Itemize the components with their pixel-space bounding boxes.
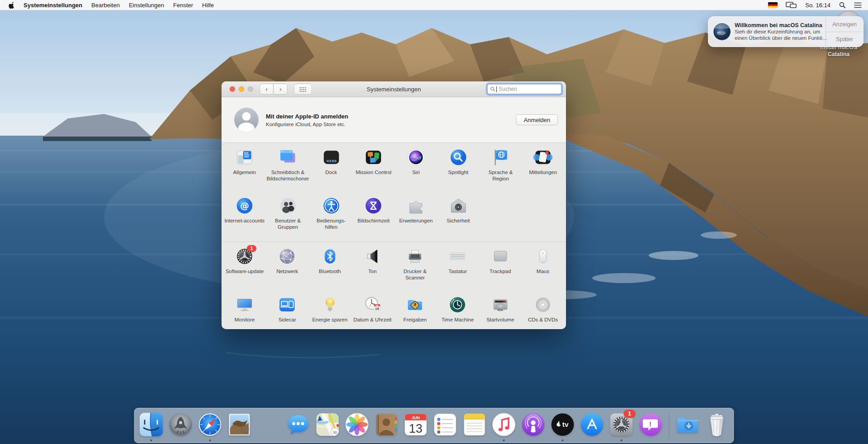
search-input[interactable] — [498, 85, 559, 93]
minimize-button[interactable] — [239, 86, 244, 92]
pref-item-label: Drucker & Scanner — [394, 268, 436, 281]
notification-show-button[interactable]: Anzeigen — [826, 17, 863, 32]
svg-text:3D: 3D — [333, 430, 337, 435]
dock-item-feedback-assistant[interactable]: ! — [638, 411, 664, 438]
screen-mirroring-icon[interactable] — [782, 2, 801, 9]
menu-item-bearbeiten[interactable]: Bearbeiten — [87, 2, 124, 9]
spotlight-menu-icon[interactable] — [835, 2, 850, 9]
forward-button[interactable]: › — [274, 84, 288, 94]
zoom-button[interactable] — [248, 86, 253, 92]
software-update-icon: 1 — [235, 247, 254, 266]
pref-item-siri[interactable]: Siri — [395, 144, 437, 192]
dock-item-messages[interactable] — [285, 411, 311, 438]
dock-item-facetime[interactable] — [256, 411, 282, 438]
dock-item-podcasts[interactable] — [520, 411, 547, 438]
window-titlebar[interactable]: Systemeinstellungen ‹ › — [222, 81, 566, 97]
pref-item-label: Spotlight — [437, 169, 480, 175]
menu-app-name[interactable]: Systemeinstellungen — [19, 2, 87, 9]
search-field[interactable] — [487, 84, 561, 94]
pref-item-internet-accounts[interactable]: @Internet-accounts — [223, 192, 266, 241]
dock-item-finder[interactable] — [138, 411, 165, 438]
dock-item-app-store[interactable] — [579, 411, 605, 438]
apple-menu-icon[interactable] — [0, 1, 19, 9]
notification-later-button[interactable]: Später — [826, 32, 863, 47]
back-button[interactable]: ‹ — [259, 84, 274, 94]
show-all-button[interactable] — [294, 84, 312, 94]
dock-item-reminders[interactable] — [432, 411, 458, 438]
pref-item-keyboard[interactable]: Tastatur — [436, 243, 479, 291]
pref-item-extensions[interactable]: Erweiterungen — [395, 192, 437, 241]
pref-item-trackpad[interactable]: Trackpad — [479, 243, 522, 291]
dock-item-calendar[interactable]: JUN13 — [403, 411, 429, 438]
pref-item-energy-saver[interactable]: Energie sparen — [309, 291, 351, 329]
pref-item-displays[interactable]: Monitore — [223, 291, 266, 329]
dock-item-maps[interactable]: 3D — [315, 411, 341, 438]
pref-item-mouse[interactable]: Maus — [522, 243, 564, 291]
pref-item-date-time[interactable]: JUL18Datum & Uhrzeit — [351, 291, 394, 329]
notification-banner[interactable]: Willkommen bei macOS Catalina Sieh dir d… — [708, 16, 863, 47]
pref-item-sidecar[interactable]: Sidecar — [266, 291, 308, 329]
dock-item-notes[interactable] — [462, 411, 488, 438]
pref-item-mission-control[interactable]: Mission Control — [352, 144, 395, 192]
pref-item-screen-time[interactable]: Bildschirmzeit — [352, 192, 395, 241]
pref-item-desktop-screensaver[interactable]: Schreibtisch & Bildschirmschoner — [266, 144, 310, 192]
notifications-icon — [533, 148, 552, 167]
pref-item-bluetooth[interactable]: Bluetooth — [309, 243, 351, 291]
pref-item-time-machine[interactable]: Time Machine — [436, 291, 479, 329]
pref-item-printers-scanners[interactable]: Drucker & Scanner — [394, 243, 436, 291]
energy-saver-icon — [321, 295, 340, 314]
pref-item-dock[interactable]: Dock — [310, 144, 353, 192]
pref-item-spotlight[interactable]: Spotlight — [437, 144, 480, 192]
pref-item-label: Bedienungs-hilfen — [310, 217, 353, 230]
pref-item-label: Software-update — [223, 268, 266, 274]
pref-item-general[interactable]: Allgemein — [223, 144, 266, 192]
dock-item-system-preferences[interactable]: 1 — [609, 411, 635, 438]
pref-item-label: CDs & DVDs — [522, 316, 564, 323]
pref-item-security[interactable]: Sicherheit — [437, 192, 480, 241]
dock-item-music[interactable] — [491, 411, 517, 438]
trackpad-icon — [491, 247, 510, 266]
apple-id-subtitle: Konfiguriere iCloud, App Store etc. — [266, 122, 348, 127]
pref-item-language-region[interactable]: Sprache & Region — [480, 144, 522, 192]
running-indicator — [503, 439, 505, 441]
dock-item-trash[interactable] — [704, 411, 730, 438]
dock-item-downloads[interactable] — [675, 411, 701, 438]
sign-in-button[interactable]: Anmelden — [516, 114, 558, 125]
dock-item-photos[interactable] — [344, 411, 370, 438]
pref-item-label: Tastatur — [436, 268, 479, 274]
pref-item-label: Trackpad — [479, 268, 522, 274]
dock-item-launchpad[interactable] — [168, 411, 194, 438]
pref-item-label: Dock — [310, 169, 353, 175]
menu-clock[interactable]: So. 16:14 — [801, 2, 835, 9]
pref-item-cds-dvds[interactable]: CDs & DVDs — [522, 291, 564, 329]
sound-icon — [363, 247, 382, 266]
pref-item-sound[interactable]: Ton — [351, 243, 394, 291]
svg-text:@: @ — [240, 200, 249, 211]
pref-item-sharing[interactable]: Freigaben — [394, 291, 436, 329]
dock-item-safari[interactable] — [197, 411, 223, 438]
dock-separator — [669, 412, 670, 439]
svg-text:18: 18 — [375, 307, 379, 311]
svg-text:JUN: JUN — [411, 416, 420, 420]
pref-item-users-groups[interactable]: Benutzer & Gruppen — [266, 192, 310, 241]
notification-title: Willkommen bei macOS Catalina — [735, 22, 822, 28]
close-button[interactable] — [230, 86, 235, 92]
menu-item-einstellungen[interactable]: Einstellungen — [124, 2, 169, 9]
input-source-flag-de[interactable] — [764, 2, 782, 8]
menu-item-hilfe[interactable]: Hilfe — [198, 2, 218, 9]
pref-item-accessibility[interactable]: Bedienungs-hilfen — [310, 192, 353, 241]
pref-item-label: Time Machine — [436, 316, 479, 323]
dock-item-tv[interactable]: tv — [550, 411, 576, 438]
dock-item-mail[interactable] — [226, 411, 253, 438]
pref-item-startup-disk[interactable]: Startvolume — [479, 291, 522, 329]
notification-center-icon[interactable] — [850, 2, 868, 8]
menu-item-fenster[interactable]: Fenster — [169, 2, 198, 9]
pref-item-software-update[interactable]: 1Software-update — [223, 243, 266, 291]
pref-item-notifications[interactable]: Mitteilungen — [522, 144, 564, 192]
pref-item-network[interactable]: Netzwerk — [266, 243, 308, 291]
running-indicator — [621, 439, 623, 441]
dock-item-contacts[interactable] — [373, 411, 400, 438]
pref-item-label: Datum & Uhrzeit — [351, 316, 394, 323]
svg-text:13: 13 — [409, 422, 423, 435]
printers-scanners-icon — [406, 247, 425, 266]
